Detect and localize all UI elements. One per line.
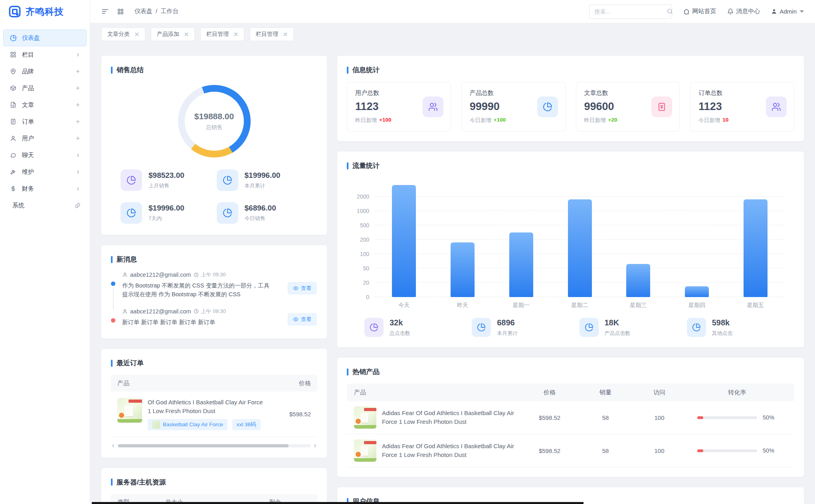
- hamburger-menu-icon[interactable]: [101, 8, 109, 15]
- stat-foot-label: 昨日新增: [355, 117, 377, 124]
- tab-column-manage-2[interactable]: 栏目管理: [250, 28, 294, 41]
- card-title: 信息统计: [347, 65, 794, 75]
- product-name: Adidas Fear Of God Athletics I Basketbal…: [382, 442, 520, 460]
- stat-month-total: $19996.00本月累计: [217, 169, 313, 191]
- app-window: 齐鸣科技 仪表盘 栏目 品牌 产品: [0, 0, 815, 504]
- sidebar-item-label: 订单: [22, 118, 75, 126]
- sidebar-item-order[interactable]: 订单: [3, 113, 87, 130]
- chart-x-label: 星期一: [492, 302, 550, 309]
- grid-icon: [9, 51, 17, 59]
- close-icon[interactable]: [135, 32, 139, 37]
- sidebar-item-label: 系统: [12, 202, 75, 209]
- card-title: 流量统计: [347, 161, 794, 170]
- stat-delta: 10: [722, 117, 728, 124]
- pie-chart-icon: [121, 169, 142, 191]
- page-horizontal-scrollbar[interactable]: [92, 502, 584, 504]
- hot-product-row[interactable]: Adidas Fear Of God Athletics I Basketbal…: [347, 434, 794, 467]
- stat-label: 今日销售: [245, 215, 276, 222]
- tab-label: 文章分类: [107, 31, 130, 38]
- search-icon[interactable]: [667, 8, 673, 15]
- product-cell: Adidas Fear Of God Athletics I Basketbal…: [354, 406, 520, 429]
- pie-chart-icon: [217, 202, 238, 224]
- breadcrumb-dashboard[interactable]: 仪表盘: [135, 8, 152, 15]
- tab-article-category[interactable]: 文章分类: [101, 28, 145, 41]
- scroll-left-icon[interactable]: [111, 443, 116, 448]
- product-tag[interactable]: Basketball Clay Air Force: [148, 419, 227, 430]
- hot-product-row[interactable]: Adidas Fear Of God Athletics I Basketbal…: [347, 401, 794, 434]
- tab-product-add[interactable]: 产品添加: [151, 28, 195, 41]
- progress-track: [697, 449, 757, 452]
- sidebar-item-label: 文章: [22, 101, 75, 109]
- chart-x-label: 星期五: [726, 302, 785, 309]
- sidebar-item-maintenance[interactable]: 维护: [3, 163, 87, 180]
- admin-dropdown[interactable]: Admin: [771, 8, 804, 15]
- stat-label: 文章总数: [584, 89, 672, 97]
- message-center-link[interactable]: 消息中心: [727, 8, 760, 15]
- clock-icon: [194, 272, 199, 278]
- breadcrumb: 仪表盘 / 工作台: [135, 8, 178, 15]
- product-sales: 58: [580, 447, 631, 454]
- close-icon[interactable]: [233, 32, 238, 37]
- new-messages-card: 新消息 aabce1212@gmail.com 上午 09:30 作为 Boot…: [101, 245, 327, 339]
- sidebar-item-label: 产品: [22, 85, 75, 92]
- info-stats-card: 信息统计 用户总数 1123 昨日新增+100 产品总数 99990 今日新增+…: [337, 56, 804, 141]
- person-icon: [122, 309, 128, 314]
- search-input[interactable]: [594, 8, 667, 15]
- progress-fill: [697, 449, 703, 452]
- brand-logo: 齐鸣科技: [0, 0, 90, 23]
- tab-column-manage[interactable]: 栏目管理: [200, 28, 244, 41]
- sidebar-item-label: 栏目: [22, 51, 75, 59]
- order-row[interactable]: Of God Athletics I Basketball Clay Air F…: [111, 392, 317, 437]
- stat-label: 产品点击数: [605, 330, 631, 337]
- sidebar-item-article[interactable]: 文章: [3, 96, 87, 113]
- sidebar-item-finance[interactable]: 财务: [3, 180, 87, 197]
- stat-footer: 昨日新增+100: [355, 117, 443, 124]
- view-button[interactable]: 查看: [288, 313, 317, 325]
- card-title: 最近订单: [111, 358, 317, 368]
- column-price: 价格: [520, 389, 580, 396]
- sidebar-item-product[interactable]: 产品: [3, 80, 87, 96]
- sidebar-item-columns[interactable]: 栏目: [3, 46, 87, 63]
- chart-x-label: 星期四: [668, 302, 726, 309]
- stat-label: 7天内: [148, 215, 184, 222]
- card-title: 销售总结: [111, 65, 317, 75]
- stat-card-articles-total: 文章总数 99600 昨日新增+20: [576, 82, 680, 132]
- plus-icon: [75, 69, 81, 74]
- scrollbar-thumb[interactable]: [118, 444, 289, 447]
- sidebar-item-chat[interactable]: 聊天: [3, 147, 87, 163]
- close-icon[interactable]: [283, 32, 288, 37]
- sidebar-item-brand[interactable]: 品牌: [3, 63, 87, 80]
- view-button[interactable]: 查看: [288, 282, 317, 294]
- view-button-label: 查看: [301, 285, 311, 292]
- sidebar-item-user[interactable]: 用户: [3, 130, 87, 147]
- chart-bar: [568, 199, 592, 297]
- order-info: Of God Athletics I Basketball Clay Air F…: [148, 398, 267, 430]
- product-visits: 100: [631, 414, 687, 421]
- chart-bar: [509, 232, 533, 297]
- hot-products-card: 热销产品 产品 价格 销量 访问 转化率 Adidas Fear Of God …: [337, 358, 804, 477]
- stat-value: $19996.00: [148, 204, 184, 213]
- product-tag[interactable]: xxl 36码: [232, 419, 261, 430]
- pie-chart-icon: [537, 96, 558, 117]
- product-name: Of God Athletics I Basketball Clay Air F…: [148, 398, 267, 415]
- stat-value: 6896: [497, 318, 518, 327]
- scroll-right-icon[interactable]: [313, 443, 317, 448]
- apps-grid-icon[interactable]: [117, 8, 124, 15]
- message-time: 上午 09:30: [201, 271, 226, 278]
- site-home-link[interactable]: 网站首页: [683, 8, 716, 15]
- chart-bar-slot: 星期二: [550, 182, 609, 297]
- stat-value: 598k: [712, 318, 733, 327]
- sidebar-item-dashboard[interactable]: 仪表盘: [3, 30, 87, 46]
- pie-chart-icon: [687, 318, 706, 337]
- sidebar-item-label: 聊天: [22, 152, 75, 159]
- wrench-icon: [9, 168, 17, 176]
- chart-x-label: 星期二: [550, 302, 609, 309]
- close-icon[interactable]: [184, 32, 189, 37]
- file-text-icon: [9, 101, 17, 109]
- server-resources-card: 服务器/主机资源 类型 总大小 剩余 CPU 77.76G 19.7%: [101, 468, 327, 504]
- sidebar-item-system[interactable]: 系统: [3, 197, 87, 214]
- scrollbar-track[interactable]: [117, 444, 311, 447]
- hot-products-header: 产品 价格 销量 访问 转化率: [347, 384, 794, 401]
- message-center-label: 消息中心: [736, 8, 760, 15]
- chevron-down-icon: [800, 10, 804, 13]
